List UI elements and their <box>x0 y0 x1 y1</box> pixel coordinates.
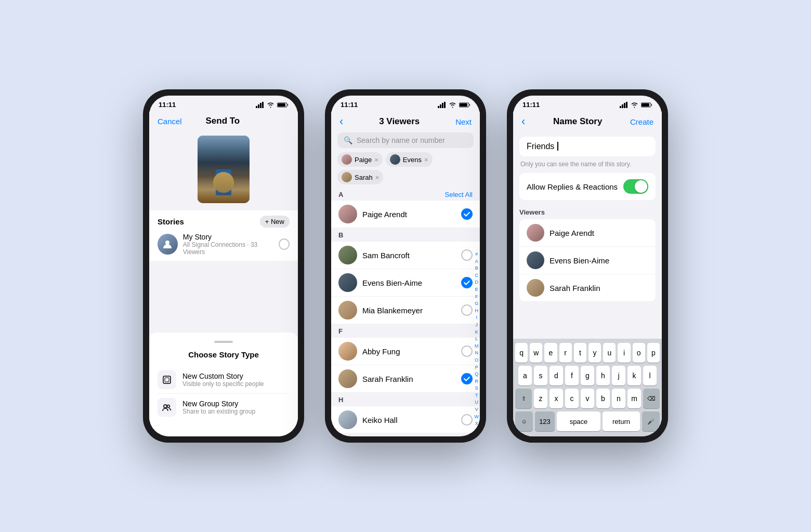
key-z[interactable]: z <box>534 389 547 408</box>
cancel-button[interactable]: Cancel <box>158 117 182 126</box>
key-n[interactable]: n <box>612 389 625 408</box>
key-123[interactable]: 123 <box>535 411 555 431</box>
next-button[interactable]: Next <box>455 117 472 126</box>
alpha-v[interactable]: V <box>475 406 479 413</box>
alpha-k[interactable]: K <box>475 329 479 336</box>
battery-icon <box>277 102 289 108</box>
alpha-b[interactable]: B <box>475 265 479 272</box>
contact-mia-blankemeyer[interactable]: Mia Blankemeyer <box>331 297 480 324</box>
check-paige-arendt[interactable] <box>461 208 473 220</box>
alpha-m[interactable]: M <box>475 343 479 350</box>
key-e[interactable]: e <box>544 343 557 363</box>
key-t[interactable]: t <box>574 343 586 363</box>
chip-paige[interactable]: Paige × <box>337 152 383 167</box>
check-keiko-hall[interactable] <box>461 414 473 425</box>
alpha-c[interactable]: C <box>475 272 479 279</box>
key-s[interactable]: s <box>534 366 547 385</box>
key-backspace[interactable]: ⌫ <box>643 389 660 408</box>
chip-evens[interactable]: Evens × <box>386 152 433 167</box>
contact-keiko-hall[interactable]: Keiko Hall <box>331 406 480 433</box>
contact-evens-bien-aime[interactable]: Evens Bien-Aime <box>331 269 480 297</box>
alpha-x[interactable]: X <box>475 420 479 427</box>
alpha-h[interactable]: H <box>475 308 479 314</box>
key-w[interactable]: w <box>530 343 542 363</box>
alpha-d[interactable]: D <box>475 279 479 286</box>
viewer-name-sarah: Sarah Franklin <box>550 284 600 292</box>
chip-sarah[interactable]: Sarah × <box>337 170 383 184</box>
key-return[interactable]: return <box>603 411 640 431</box>
alpha-s[interactable]: S <box>475 385 479 392</box>
key-q[interactable]: q <box>515 343 528 363</box>
select-all-button[interactable]: Select All <box>445 191 473 198</box>
option-group-story[interactable]: New Group Story Share to an existing gro… <box>158 394 290 421</box>
alpha-i[interactable]: I <box>475 314 479 321</box>
key-j[interactable]: j <box>612 366 625 385</box>
key-v[interactable]: v <box>581 389 594 408</box>
my-story-radio[interactable] <box>279 238 290 250</box>
key-m[interactable]: m <box>627 389 641 408</box>
create-button[interactable]: Create <box>630 117 653 126</box>
key-d[interactable]: d <box>550 366 563 385</box>
contact-abby-fung[interactable]: Abby Fung <box>331 338 480 365</box>
contact-sarah-franklin[interactable]: Sarah Franklin <box>331 365 480 393</box>
contact-paige-arendt[interactable]: Paige Arendt <box>331 201 480 228</box>
check-abby-fung[interactable] <box>461 345 473 357</box>
key-r[interactable]: r <box>559 343 572 363</box>
option-custom-story[interactable]: New Custom Story Visible only to specifi… <box>158 366 290 394</box>
back-button-3[interactable]: ‹ <box>521 116 525 127</box>
key-p[interactable]: p <box>647 343 660 363</box>
alpha-q[interactable]: Q <box>475 371 479 378</box>
alpha-g[interactable]: G <box>475 300 479 307</box>
name-input-field[interactable]: Friends <box>527 142 558 151</box>
check-mia-blankemeyer[interactable] <box>461 304 473 316</box>
key-c[interactable]: c <box>565 389 579 408</box>
alpha-o[interactable]: O <box>475 357 479 364</box>
alpha-p[interactable]: P <box>475 364 479 371</box>
key-shift[interactable]: ⇧ <box>515 389 532 408</box>
allow-replies-row[interactable]: Allow Replies & Reactions <box>519 173 656 200</box>
key-i[interactable]: i <box>618 343 630 363</box>
alpha-a[interactable]: A <box>475 258 479 265</box>
key-y[interactable]: y <box>588 343 601 363</box>
key-space[interactable]: space <box>557 411 600 431</box>
search-bar[interactable]: 🔍 Search by name or number <box>337 132 474 148</box>
name-keiko-hall: Keiko Hall <box>362 416 398 424</box>
chip-remove-evens[interactable]: × <box>424 156 428 164</box>
allow-replies-toggle[interactable] <box>623 179 648 194</box>
key-h[interactable]: h <box>596 366 610 385</box>
alpha-hash[interactable]: # <box>475 251 479 258</box>
alpha-w[interactable]: W <box>475 414 479 420</box>
key-o[interactable]: o <box>633 343 645 363</box>
key-f[interactable]: f <box>565 366 579 385</box>
key-l[interactable]: l <box>643 366 657 385</box>
my-story-row[interactable]: My Story All Signal Connections · 33 Vie… <box>158 233 290 256</box>
key-u[interactable]: u <box>603 343 616 363</box>
check-sarah-franklin[interactable] <box>461 373 473 384</box>
back-button-2[interactable]: ‹ <box>339 116 343 127</box>
alpha-r[interactable]: R <box>475 378 479 385</box>
key-g[interactable]: g <box>581 366 594 385</box>
key-a[interactable]: a <box>518 366 532 385</box>
key-k[interactable]: k <box>627 366 641 385</box>
alpha-e[interactable]: E <box>475 286 479 293</box>
alpha-t[interactable]: T <box>475 392 479 399</box>
alpha-y[interactable]: Y <box>475 428 479 433</box>
key-emoji[interactable]: ☺ <box>515 411 533 431</box>
group-story-name: New Group Story <box>182 400 255 408</box>
chip-remove-sarah[interactable]: × <box>375 174 380 181</box>
alpha-l[interactable]: L <box>475 336 479 342</box>
name-input-area[interactable]: Friends <box>519 137 656 156</box>
alpha-j[interactable]: J <box>475 322 479 328</box>
name-sam-bancroft: Sam Bancroft <box>362 251 410 260</box>
check-evens-bien-aime[interactable] <box>461 277 473 288</box>
contact-sam-bancroft[interactable]: Sam Bancroft <box>331 242 480 269</box>
key-b[interactable]: b <box>596 389 610 408</box>
key-x[interactable]: x <box>550 389 563 408</box>
new-story-button[interactable]: + New <box>260 216 290 228</box>
alpha-u[interactable]: U <box>475 399 479 406</box>
alpha-n[interactable]: N <box>475 350 479 356</box>
check-sam-bancroft[interactable] <box>461 249 473 261</box>
alpha-f[interactable]: F <box>475 294 479 300</box>
chip-remove-paige[interactable]: × <box>374 156 378 164</box>
key-mic[interactable]: 🎤 <box>642 411 660 431</box>
